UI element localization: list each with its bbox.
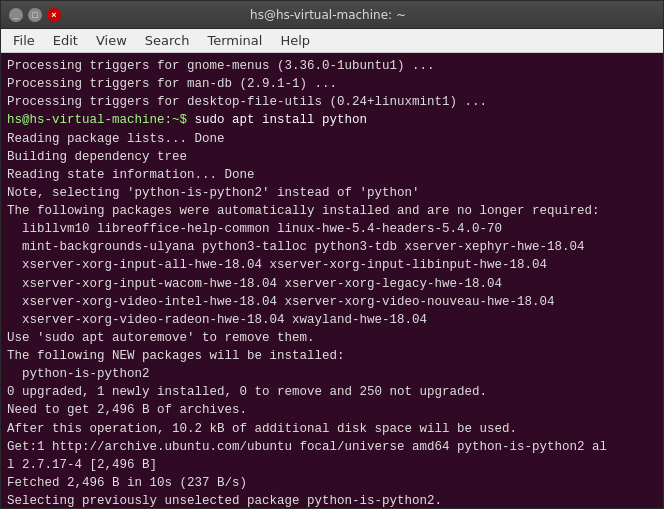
- terminal-line: Building dependency tree: [7, 148, 657, 166]
- maximize-button[interactable]: □: [28, 8, 42, 22]
- close-button[interactable]: ×: [47, 8, 61, 22]
- terminal-line: After this operation, 10.2 kB of additio…: [7, 420, 657, 438]
- terminal-line: Fetched 2,496 B in 10s (237 B/s): [7, 474, 657, 492]
- menu-file[interactable]: File: [5, 31, 43, 50]
- menu-search[interactable]: Search: [137, 31, 198, 50]
- terminal-line: xserver-xorg-video-intel-hwe-18.04 xserv…: [7, 293, 657, 311]
- terminal-line: python-is-python2: [7, 365, 657, 383]
- terminal-line: The following NEW packages will be insta…: [7, 347, 657, 365]
- terminal-line: mint-backgrounds-ulyana python3-talloc p…: [7, 238, 657, 256]
- menu-help[interactable]: Help: [272, 31, 318, 50]
- terminal-line: Processing triggers for gnome-menus (3.3…: [7, 57, 657, 75]
- terminal-line: Processing triggers for man-db (2.9.1-1)…: [7, 75, 657, 93]
- terminal-line: libllvm10 libreoffice-help-common linux-…: [7, 220, 657, 238]
- terminal-line: Need to get 2,496 B of archives.: [7, 401, 657, 419]
- menu-terminal[interactable]: Terminal: [199, 31, 270, 50]
- titlebar: _ □ × hs@hs-virtual-machine: ~: [1, 1, 663, 29]
- terminal-line: Processing triggers for desktop-file-uti…: [7, 93, 657, 111]
- terminal-line: l 2.7.17-4 [2,496 B]: [7, 456, 657, 474]
- window-title: hs@hs-virtual-machine: ~: [61, 8, 595, 22]
- menu-edit[interactable]: Edit: [45, 31, 86, 50]
- window-controls: _ □ ×: [9, 8, 61, 22]
- menubar: File Edit View Search Terminal Help: [1, 29, 663, 53]
- terminal-line: Selecting previously unselected package …: [7, 492, 657, 508]
- terminal-window: _ □ × hs@hs-virtual-machine: ~ File Edit…: [0, 0, 664, 509]
- terminal-line: xserver-xorg-input-all-hwe-18.04 xserver…: [7, 256, 657, 274]
- terminal-line: Get:1 http://archive.ubuntu.com/ubuntu f…: [7, 438, 657, 456]
- terminal-line: 0 upgraded, 1 newly installed, 0 to remo…: [7, 383, 657, 401]
- terminal-line: Reading package lists... Done: [7, 130, 657, 148]
- terminal-line: Note, selecting 'python-is-python2' inst…: [7, 184, 657, 202]
- terminal-line: Reading state information... Done: [7, 166, 657, 184]
- terminal-line: hs@hs-virtual-machine:~$ sudo apt instal…: [7, 111, 657, 129]
- terminal-line: xserver-xorg-input-wacom-hwe-18.04 xserv…: [7, 275, 657, 293]
- terminal-line: xserver-xorg-video-radeon-hwe-18.04 xway…: [7, 311, 657, 329]
- menu-view[interactable]: View: [88, 31, 135, 50]
- minimize-button[interactable]: _: [9, 8, 23, 22]
- terminal-line: The following packages were automaticall…: [7, 202, 657, 220]
- terminal-line: Use 'sudo apt autoremove' to remove them…: [7, 329, 657, 347]
- terminal-output[interactable]: Processing triggers for gnome-menus (3.3…: [1, 53, 663, 508]
